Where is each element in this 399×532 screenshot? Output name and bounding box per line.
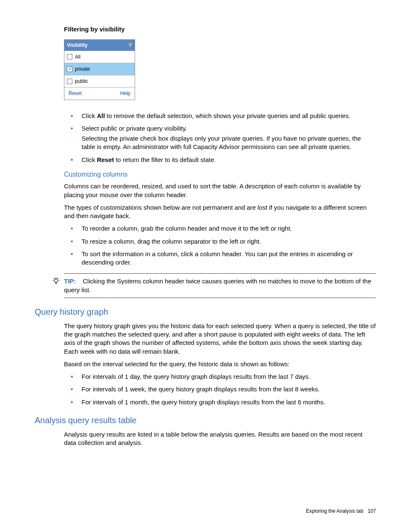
- filter-option-private[interactable]: ✓ private: [64, 63, 135, 75]
- list-item: Click Reset to return the filter to its …: [64, 156, 376, 164]
- text: Select public or private query visibilit…: [82, 125, 187, 132]
- paragraph: The types of customizations shown below …: [64, 203, 376, 221]
- svg-line-4: [54, 278, 54, 279]
- bold-text: All: [97, 112, 105, 119]
- filter-header-label: Visibility: [67, 42, 87, 49]
- sub-paragraph: Selecting the private check box displays…: [82, 134, 376, 152]
- svg-line-5: [58, 278, 58, 279]
- funnel-icon[interactable]: Y: [128, 41, 132, 49]
- page-footer: Exploring the Analysis tab 107: [306, 508, 376, 514]
- filter-header: Visibility Y: [64, 40, 135, 51]
- list-item: Select public or private query visibilit…: [64, 124, 376, 152]
- list-item: For intervals of 1 week, the query histo…: [64, 385, 376, 393]
- paragraph: Columns can be reordered, resized, and u…: [64, 182, 376, 199]
- lightbulb-icon: [51, 273, 61, 286]
- intervals-list: For intervals of 1 day, the query histor…: [64, 373, 376, 406]
- tip-block: TIP: Clicking the Systems column header …: [51, 273, 376, 298]
- text: to remove the default selection, which s…: [105, 112, 350, 119]
- tip-body: Clicking the Systems column header twice…: [64, 278, 371, 293]
- filter-option-all[interactable]: All: [64, 51, 135, 63]
- query-history-heading: Query history graph: [35, 306, 376, 318]
- paragraph: The query history graph gives you the hi…: [64, 322, 376, 356]
- customizing-list: To reorder a column, grab the column hea…: [64, 224, 376, 267]
- list-item: For intervals of 1 day, the query histor…: [64, 373, 376, 381]
- bold-text: Reset: [97, 156, 114, 163]
- checkbox-public[interactable]: [67, 79, 72, 84]
- filter-option-public-label: public: [75, 78, 88, 85]
- reset-link[interactable]: Reset: [69, 90, 82, 97]
- filter-option-all-label: All: [75, 54, 80, 60]
- list-item: For intervals of 1 month, the query hist…: [64, 398, 376, 406]
- tip-text: TIP: Clicking the Systems column header …: [64, 273, 376, 298]
- text: Click: [82, 112, 97, 119]
- help-link[interactable]: Help: [120, 90, 130, 97]
- filtering-title: Filtering by visibility: [64, 25, 376, 33]
- customizing-columns-heading: Customizing columns: [64, 170, 376, 179]
- visibility-filter-panel: Visibility Y All ✓ private public Reset …: [64, 39, 135, 100]
- checkbox-all[interactable]: [67, 54, 72, 59]
- list-item: To sort the information in a column, cli…: [64, 250, 376, 267]
- filter-option-public[interactable]: public: [64, 75, 135, 87]
- checkbox-private[interactable]: ✓: [67, 67, 72, 72]
- page-number: 107: [368, 508, 376, 514]
- analysis-query-results-heading: Analysis query results table: [35, 415, 376, 426]
- tip-label: TIP:: [64, 278, 76, 285]
- filter-instructions-list: Click All to remove the default selectio…: [64, 112, 376, 164]
- paragraph: Analysis query results are listed in a t…: [64, 430, 376, 447]
- text: to return the filter to its default stat…: [114, 156, 216, 163]
- footer-section: Exploring the Analysis tab: [306, 508, 363, 514]
- text: Click: [82, 156, 97, 163]
- list-item: To resize a column, drag the column sepa…: [64, 237, 376, 246]
- list-item: To reorder a column, grab the column hea…: [64, 224, 376, 233]
- paragraph: Based on the interval selected for the q…: [64, 360, 376, 368]
- filter-footer: Reset Help: [64, 87, 135, 99]
- list-item: Click All to remove the default selectio…: [64, 112, 376, 120]
- svg-point-0: [54, 279, 58, 282]
- filter-option-private-label: private: [75, 66, 90, 72]
